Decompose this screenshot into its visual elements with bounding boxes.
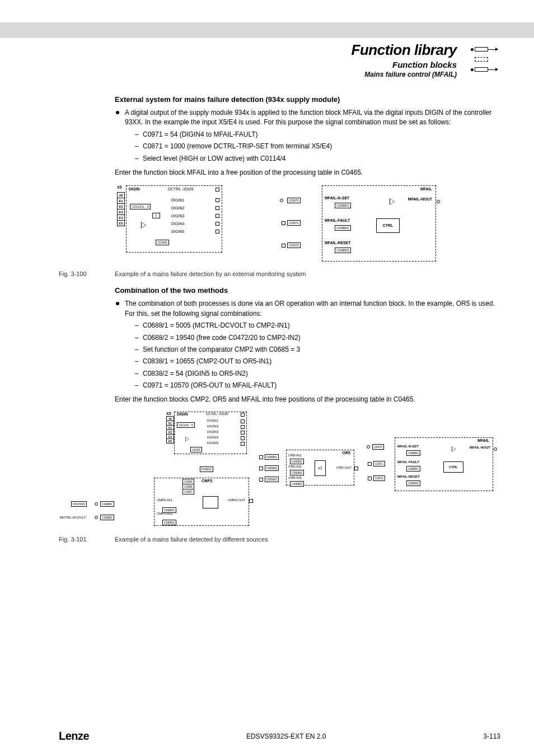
c0687: C0687 (182, 489, 194, 494)
s1-dash-1: C0871 = 1000 (remove DCTRL-TRIP-SET from… (135, 142, 500, 151)
s2-dash-1: C0688/2 = 19540 (free code C0472/20 to C… (135, 333, 500, 343)
cmp2: CMP2 (202, 479, 212, 483)
brand-logo: Lenze (59, 730, 89, 743)
c09881b: C0988/1 (406, 450, 420, 456)
digin1: DIGIN1 (171, 198, 184, 202)
section2-instruction: Enter the function blocks CMP2, OR5 and … (115, 395, 500, 404)
or5: OR5 (343, 451, 350, 455)
doc-id: EDSVS9332S-EXT EN 2.0 (246, 732, 326, 740)
c0443b: C0443 (190, 447, 202, 452)
figure-3-101: X5 DIGIN DCTRL -X5/28 C0114/1...5 DIGIN1… (115, 410, 500, 533)
dctrl-label: DCTRL -X5/28 (168, 187, 194, 191)
digin5: DIGIN5 (171, 230, 184, 234)
ge1: ≥1 (315, 460, 326, 476)
fig100-num: Fig. 3-100 (59, 270, 101, 277)
c0970b: C0970 (372, 444, 384, 450)
term-e5: E5 (117, 220, 125, 226)
page-subsubtitle: Mains failure control (MFAIL) (352, 71, 457, 78)
or5in2: OR5-IN2 (288, 465, 302, 468)
section2-title: Combination of the two methods (115, 286, 500, 295)
c0971: C0971 (287, 220, 301, 226)
mfail-nout: MFAIL-NOUT (408, 197, 432, 201)
section1-bullet-text: A digital output of the supply module 93… (125, 109, 491, 126)
mfnout: MFAIL-NOUT (470, 446, 490, 449)
or5in3: OR5-IN3 (288, 476, 302, 479)
s2-dash-5: C0971 = 10570 (OR5-OUT to MFAIL-FAULT) (135, 381, 500, 390)
section1-bullet: A digital output of the supply module 93… (115, 108, 500, 164)
cmp2in1: CMP2-IN1 (157, 498, 172, 502)
c0443: C0443 (156, 240, 169, 245)
digin4: DIGIN4 (171, 222, 184, 226)
mctrl: MCTRL-DCVOLT (60, 516, 86, 519)
mfail-nset: MFAIL-N-SET (325, 196, 349, 200)
d4: DIGIN4 (207, 436, 218, 439)
tb5: E5 (166, 438, 174, 444)
terminal-col: 28 E1 E2 E3 E4 E5 (117, 192, 125, 226)
d1: DIGIN1 (207, 419, 218, 422)
c0989-1: C0989/1 (335, 225, 351, 231)
mfnset: MFAIL-N-SET (397, 445, 419, 448)
c0838-1: C0838/1 (265, 454, 279, 460)
or5in1: OR5-IN1 (288, 454, 302, 457)
c047220: C0472/20 (71, 501, 87, 507)
c0838-3: C0838/3 (265, 477, 279, 482)
digin2: DIGIN2 (171, 206, 184, 210)
d2: DIGIN2 (207, 424, 218, 428)
c09891b: C0989/1 (406, 466, 420, 472)
page-number: 3-113 (483, 732, 500, 740)
s1-dash-2: Select level (HIGH or LOW active) with C… (135, 154, 500, 164)
dctrlb: DCTRL -X5/28 (206, 412, 228, 416)
cmp2out: CMP2-OUT (228, 498, 245, 502)
digin-title: DIGIN (129, 187, 139, 191)
s2-dash-3: C0838/1 = 10655 (CMP2-OUT to OR5-IN1) (135, 357, 500, 366)
figure-3-100: X5 DIGIN DCTRL -X5/28 C0114/1...5 0 DIGI… (115, 183, 500, 267)
s1-dash-0: C0971 = 54 (DIGIN4 to MFAIL-FAULT) (135, 130, 500, 139)
c06882o: C0688/2 (100, 515, 114, 520)
mfail-reset: MFAIL-RESET (325, 241, 351, 245)
or5c2: C0838/2 (290, 470, 304, 475)
page-subtitle: Function blocks (352, 60, 457, 69)
d3: DIGIN3 (207, 430, 218, 433)
s2-dash-0: C0688/1 = 5005 (MCTRL-DCVOLT to CMP2-IN1… (135, 321, 500, 330)
section2-bullet: The combination of both processes is don… (115, 299, 500, 390)
s2-dash-2: Set function of the comparator CMP2 with… (135, 345, 500, 354)
s2-dash-4: C0838/2 = 54 (DIGIN5 to OR5-IN2) (135, 369, 500, 379)
fig101-caption: Example of a mains failure detected by d… (115, 536, 268, 543)
mffault: MFAIL-FAULT (397, 460, 419, 464)
mfailb: MFAIL (477, 438, 489, 442)
section2-bullet-text: The combination of both processes is don… (125, 300, 495, 317)
d5: DIGIN5 (207, 441, 218, 445)
c0988-1: C0988/1 (335, 203, 351, 208)
c0114: C0114/1...5 (130, 204, 151, 209)
cmp2in2: CMP2-IN2 (157, 512, 172, 515)
c0972b: C0972 (373, 475, 385, 481)
or5c3: C0838/3 (290, 481, 304, 487)
c0989-2: C0989/2 (335, 248, 351, 253)
mfail-fault: MFAIL-FAULT (325, 218, 350, 222)
c0838-2: C0838/2 (265, 465, 279, 471)
ctrl-box: CTRL (376, 218, 400, 233)
page-title: Function library (352, 41, 457, 59)
x5-label: X5 (117, 185, 122, 189)
x5b: X5 (166, 412, 171, 416)
mfail-title: MFAIL (420, 187, 432, 191)
c0970: C0970 (287, 198, 301, 203)
fig101-num: Fig. 3-101 (59, 536, 101, 543)
block-graphic-icon (467, 41, 500, 75)
ctrlb: CTRL (443, 461, 463, 473)
c06881o: C0688/1 (100, 501, 114, 507)
c0971b: C0971 (373, 461, 385, 466)
digin-titleb: DIGIN (177, 412, 188, 416)
fixed0: FIXED0 (200, 466, 213, 472)
header: Function library Function blocks Mains f… (59, 41, 500, 78)
c06892: C0689/2 (162, 520, 176, 525)
c0114b: C0114/1...5 (177, 422, 195, 428)
mfreset: MFAIL-RESET (397, 475, 420, 478)
or5out: OR5-OUT (336, 466, 352, 469)
c0972: C0972 (287, 242, 301, 248)
section1-title: External system for mains failure detect… (115, 95, 500, 104)
termcolb: 28 E1 E2 E3 E4 E5 (166, 416, 174, 443)
digin3: DIGIN3 (171, 214, 184, 218)
section1-instruction: Enter the function block MFAIL into a fr… (115, 168, 500, 178)
zero-box: 0 (152, 213, 160, 218)
